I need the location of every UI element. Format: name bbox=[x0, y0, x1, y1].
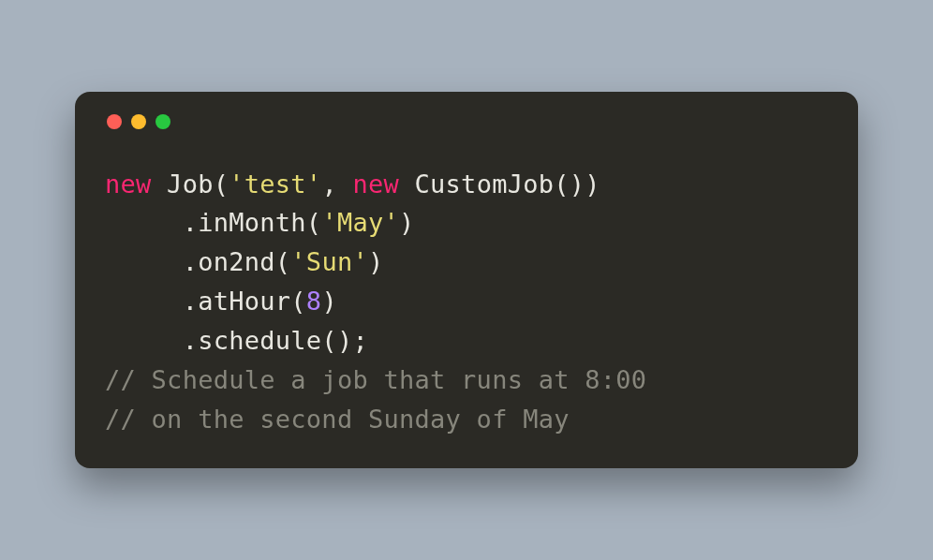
method-on2nd: .on2nd( bbox=[183, 247, 291, 276]
code-comment-1: // Schedule a job that runs at 8:00 bbox=[105, 365, 646, 394]
code-block: new Job('test', new CustomJob()) .inMont… bbox=[105, 165, 828, 439]
maximize-icon[interactable] bbox=[156, 114, 170, 129]
code-line-4: .atHour(8) bbox=[105, 287, 337, 316]
minimize-icon[interactable] bbox=[131, 114, 146, 129]
code-line-2: .inMonth('May') bbox=[105, 208, 415, 237]
code-line-3: .on2nd('Sun') bbox=[105, 247, 384, 276]
code-line-5: .schedule(); bbox=[105, 326, 368, 355]
method-schedule: .schedule(); bbox=[183, 326, 368, 355]
keyword-new: new bbox=[105, 169, 152, 199]
code-comment-2: // on the second Sunday of May bbox=[105, 405, 570, 434]
code-window: new Job('test', new CustomJob()) .inMont… bbox=[75, 92, 858, 469]
string-sun: 'Sun' bbox=[290, 247, 368, 276]
method-inmonth: .inMonth( bbox=[183, 208, 322, 237]
method-athour: .atHour( bbox=[183, 287, 306, 316]
close-icon[interactable] bbox=[107, 114, 122, 129]
identifier-customjob: CustomJob()) bbox=[415, 169, 600, 199]
string-may: 'May' bbox=[321, 208, 399, 237]
traffic-lights bbox=[107, 114, 828, 129]
code-line-1: new Job('test', new CustomJob()) bbox=[105, 169, 600, 199]
string-test: 'test' bbox=[229, 169, 321, 199]
keyword-new: new bbox=[352, 169, 399, 199]
identifier-job: Job( bbox=[167, 169, 229, 199]
number-8: 8 bbox=[306, 287, 322, 316]
